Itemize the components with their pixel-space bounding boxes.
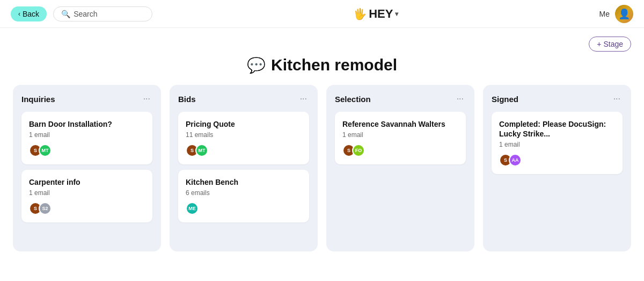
card[interactable]: Barn Door Installation?1 emailSMT: [21, 112, 152, 164]
back-button[interactable]: ‹ Back: [11, 6, 47, 21]
column-title-inquiries: Inquiries: [21, 95, 55, 104]
logo-chevron-icon: ▾: [395, 10, 398, 18]
column-header-signed: Signed···: [492, 93, 623, 104]
column-more-selection[interactable]: ···: [455, 93, 466, 104]
card-count: 1 email: [499, 141, 615, 148]
card-avatars: SS2: [29, 202, 145, 215]
column-bids: Bids···Pricing Quote11 emailsSMTKitchen …: [170, 85, 318, 251]
card[interactable]: Pricing Quote11 emailsSMT: [178, 112, 309, 164]
card-avatars: SFO: [342, 144, 458, 157]
card[interactable]: Completed: Please DocuSign: Lucky Strike…: [492, 112, 623, 174]
column-selection: Selection···Reference Savannah Walters1 …: [326, 85, 474, 251]
page-title-text: Kitchen remodel: [271, 56, 397, 74]
column-header-inquiries: Inquiries···: [21, 93, 152, 104]
avatar[interactable]: 👤: [615, 5, 633, 23]
page-title: 💬 Kitchen remodel: [13, 56, 631, 74]
column-more-signed[interactable]: ···: [611, 93, 623, 104]
card[interactable]: Reference Savannah Walters1 emailSFO: [335, 112, 466, 164]
card-title: Carpenter info: [29, 177, 145, 187]
card-avatar: FO: [352, 144, 365, 157]
column-header-bids: Bids···: [178, 93, 309, 104]
stage-button-label: + Stage: [597, 40, 623, 48]
card-avatars: SMT: [186, 144, 302, 157]
card[interactable]: Kitchen Bench6 emailsME: [178, 170, 309, 222]
card-title: Pricing Quote: [186, 119, 302, 129]
card-avatar: MT: [39, 144, 52, 157]
logo-text: HEY: [369, 7, 393, 21]
card-count: 11 emails: [186, 131, 302, 139]
column-inquiries: Inquiries···Barn Door Installation?1 ema…: [13, 85, 161, 251]
title-icon: 💬: [247, 56, 266, 74]
column-title-bids: Bids: [178, 95, 196, 104]
card-avatar: ME: [186, 202, 199, 215]
card-count: 6 emails: [186, 189, 302, 197]
column-signed: Signed···Completed: Please DocuSign: Luc…: [483, 85, 631, 251]
kanban-board: Inquiries···Barn Door Installation?1 ema…: [13, 85, 631, 251]
card-count: 1 email: [29, 131, 145, 139]
column-title-signed: Signed: [492, 95, 518, 104]
card-count: 1 email: [29, 189, 145, 197]
hey-logo: 🖐 HEY ▾: [353, 7, 398, 21]
card-title: Barn Door Installation?: [29, 119, 145, 129]
header-right: Me 👤: [599, 5, 633, 23]
card-avatar: S2: [39, 202, 52, 215]
search-bar[interactable]: 🔍 Search: [53, 6, 152, 21]
card-title: Completed: Please DocuSign: Lucky Strike…: [499, 119, 615, 139]
card-avatar: AA: [509, 154, 522, 167]
card-avatars: SAA: [499, 154, 615, 167]
header-center: 🖐 HEY ▾: [152, 7, 599, 21]
card-avatar: MT: [195, 144, 208, 157]
card-avatars: SMT: [29, 144, 145, 157]
column-title-selection: Selection: [335, 95, 371, 104]
header: ‹ Back 🔍 Search 🖐 HEY ▾ Me 👤: [0, 0, 644, 28]
stage-area: + Stage: [13, 37, 631, 52]
card-count: 1 email: [342, 131, 458, 139]
me-label: Me: [599, 10, 610, 18]
column-more-inquiries[interactable]: ···: [141, 93, 152, 104]
card[interactable]: Carpenter info1 emailSS2: [21, 170, 152, 222]
page-title-area: 💬 Kitchen remodel: [13, 56, 631, 74]
wave-icon: 🖐: [353, 8, 367, 20]
column-more-bids[interactable]: ···: [298, 93, 309, 104]
stage-button[interactable]: + Stage: [589, 37, 631, 52]
card-avatars: ME: [186, 202, 302, 215]
chevron-left-icon: ‹: [18, 10, 20, 18]
back-label: Back: [23, 10, 39, 18]
card-title: Reference Savannah Walters: [342, 119, 458, 129]
card-title: Kitchen Bench: [186, 177, 302, 187]
column-header-selection: Selection···: [335, 93, 466, 104]
search-label: Search: [74, 10, 97, 18]
search-icon: 🔍: [61, 10, 70, 18]
main-content: + Stage 💬 Kitchen remodel Inquiries···Ba…: [0, 28, 644, 260]
